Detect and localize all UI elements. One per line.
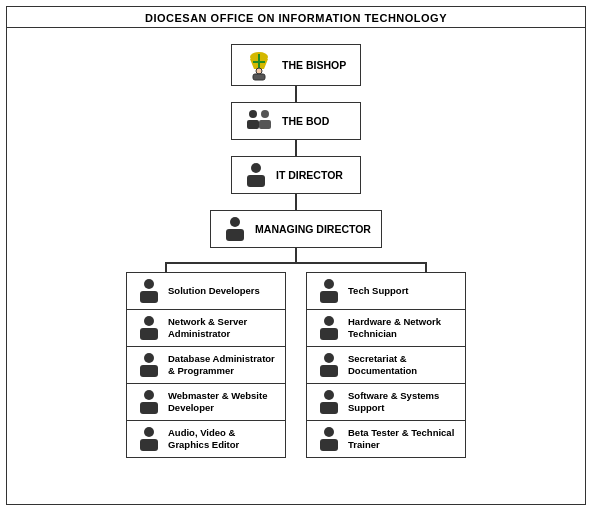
right-row-1: Hardware & Network Technician xyxy=(307,309,465,346)
dba-icon xyxy=(135,351,163,379)
svg-rect-33 xyxy=(320,439,338,451)
svg-point-6 xyxy=(249,110,257,118)
bod-label: THE BOD xyxy=(282,115,329,127)
it-director-label: IT DIRECTOR xyxy=(276,169,343,181)
svg-point-32 xyxy=(324,427,334,437)
right-row-2: Secretariat & Documentation xyxy=(307,346,465,383)
svg-point-8 xyxy=(261,110,269,118)
webmaster-label: Webmaster & Website Developer xyxy=(168,390,277,415)
svg-rect-21 xyxy=(140,402,158,414)
right-row-4: Beta Tester & Technical Trainer xyxy=(307,420,465,457)
right-column: Tech Support Hardware & Network Technici… xyxy=(306,272,466,458)
svg-rect-31 xyxy=(320,402,338,414)
it-director-icon xyxy=(242,161,270,189)
network-admin-icon xyxy=(135,314,163,342)
software-node: Software & Systems Support xyxy=(307,384,465,420)
avge-node: Audio, Video & Graphics Editor xyxy=(127,421,285,457)
beta-tester-node: Beta Tester & Technical Trainer xyxy=(307,421,465,457)
webmaster-icon xyxy=(135,388,163,416)
solution-dev-icon xyxy=(135,277,163,305)
bishop-label: THE BISHOP xyxy=(282,59,346,71)
page-title: DIOCESAN OFFICE ON INFORMATION TECHNOLOG… xyxy=(7,7,585,28)
network-admin-node: Network & Server Administrator xyxy=(127,310,285,346)
left-col-inner: Solution Developers Network & Server Adm… xyxy=(126,272,286,458)
v-connector-1 xyxy=(295,86,297,102)
software-icon xyxy=(315,388,343,416)
secretariat-label: Secretariat & Documentation xyxy=(348,353,457,378)
network-admin-label: Network & Server Administrator xyxy=(168,316,277,341)
chart-area: THE BISHOP THE BOD IT DIRECTOR xyxy=(7,28,585,458)
avge-label: Audio, Video & Graphics Editor xyxy=(168,427,277,452)
left-row-1: Network & Server Administrator xyxy=(127,309,285,346)
svg-point-14 xyxy=(144,279,154,289)
svg-point-12 xyxy=(230,217,240,227)
svg-point-16 xyxy=(144,316,154,326)
svg-rect-27 xyxy=(320,328,338,340)
bishop-node: THE BISHOP xyxy=(231,44,361,86)
hw-network-icon xyxy=(315,314,343,342)
left-col-header: Solution Developers xyxy=(127,273,285,309)
left-column: Solution Developers Network & Server Adm… xyxy=(126,272,286,458)
svg-rect-23 xyxy=(140,439,158,451)
beta-tester-icon xyxy=(315,425,343,453)
svg-point-22 xyxy=(144,427,154,437)
software-label: Software & Systems Support xyxy=(348,390,457,415)
tech-support-label: Tech Support xyxy=(348,285,409,297)
it-director-node: IT DIRECTOR xyxy=(231,156,361,194)
avge-icon xyxy=(135,425,163,453)
svg-point-20 xyxy=(144,390,154,400)
svg-point-30 xyxy=(324,390,334,400)
tech-support-header: Tech Support xyxy=(307,273,465,309)
v-connector-3 xyxy=(295,194,297,210)
svg-rect-29 xyxy=(320,365,338,377)
beta-tester-label: Beta Tester & Technical Trainer xyxy=(348,427,457,452)
svg-rect-11 xyxy=(247,175,265,187)
left-row-4: Audio, Video & Graphics Editor xyxy=(127,420,285,457)
managing-director-icon xyxy=(221,215,249,243)
svg-rect-7 xyxy=(247,120,259,129)
svg-rect-5 xyxy=(253,74,265,80)
svg-point-10 xyxy=(251,163,261,173)
secretariat-icon xyxy=(315,351,343,379)
svg-point-18 xyxy=(144,353,154,363)
svg-rect-13 xyxy=(226,229,244,241)
right-col-header: Tech Support xyxy=(307,273,465,309)
dba-node: Database Administrator & Programmer xyxy=(127,347,285,383)
left-row-3: Webmaster & Website Developer xyxy=(127,383,285,420)
webmaster-node: Webmaster & Website Developer xyxy=(127,384,285,420)
bishop-icon xyxy=(242,49,276,81)
svg-rect-17 xyxy=(140,328,158,340)
left-row-2: Database Administrator & Programmer xyxy=(127,346,285,383)
dba-label: Database Administrator & Programmer xyxy=(168,353,277,378)
right-row-3: Software & Systems Support xyxy=(307,383,465,420)
managing-director-label: MANAGING DIRECTOR xyxy=(255,223,371,235)
svg-rect-19 xyxy=(140,365,158,377)
managing-director-node: MANAGING DIRECTOR xyxy=(210,210,382,248)
svg-point-26 xyxy=(324,316,334,326)
svg-point-4 xyxy=(256,68,262,74)
branch-connector xyxy=(126,248,466,272)
solution-developers-label: Solution Developers xyxy=(168,285,260,297)
svg-point-24 xyxy=(324,279,334,289)
svg-rect-15 xyxy=(140,291,158,303)
secretariat-node: Secretariat & Documentation xyxy=(307,347,465,383)
svg-rect-9 xyxy=(259,120,271,129)
bod-node: THE BOD xyxy=(231,102,361,140)
svg-point-28 xyxy=(324,353,334,363)
outer-border: DIOCESAN OFFICE ON INFORMATION TECHNOLOG… xyxy=(6,6,586,505)
tech-support-icon xyxy=(315,277,343,305)
two-columns: Solution Developers Network & Server Adm… xyxy=(126,272,466,458)
svg-rect-25 xyxy=(320,291,338,303)
hw-network-node: Hardware & Network Technician xyxy=(307,310,465,346)
right-col-inner: Tech Support Hardware & Network Technici… xyxy=(306,272,466,458)
v-connector-2 xyxy=(295,140,297,156)
bod-icon xyxy=(242,107,276,135)
solution-developers-header: Solution Developers xyxy=(127,273,285,309)
hw-network-label: Hardware & Network Technician xyxy=(348,316,457,341)
